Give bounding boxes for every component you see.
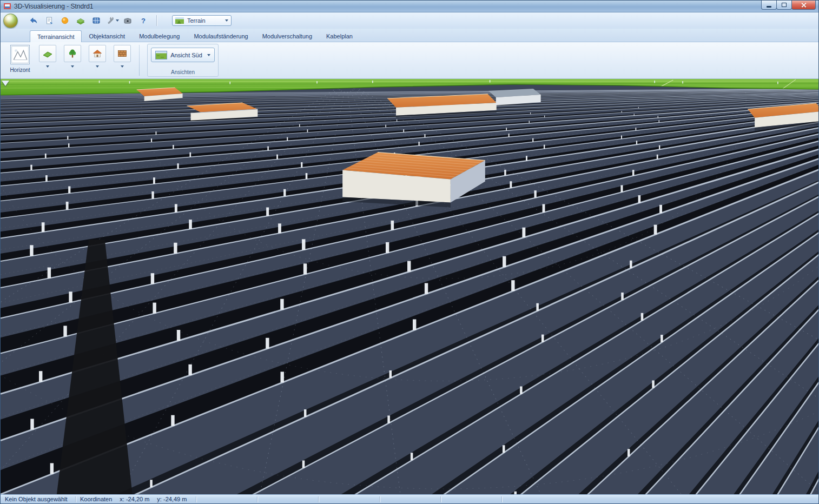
terrain-3d-scene[interactable] bbox=[1, 79, 818, 494]
status-empty-cell bbox=[502, 495, 563, 503]
tree-icon bbox=[64, 45, 81, 62]
status-empty-cell bbox=[257, 495, 318, 503]
toolbar-separator bbox=[156, 15, 157, 26]
report-button[interactable] bbox=[42, 14, 56, 27]
wall-button[interactable] bbox=[110, 44, 135, 77]
window-controls bbox=[762, 1, 816, 10]
house-dropdown-arrow-icon[interactable] bbox=[96, 65, 99, 68]
status-coordinates-label: Koordinaten bbox=[80, 496, 112, 502]
app-window: 3D-Visualisierung - Stndrd1 bbox=[0, 0, 819, 504]
status-x-coordinate: x: -24,20 m bbox=[120, 496, 149, 502]
minimize-button[interactable] bbox=[761, 1, 777, 10]
status-selection-cell: Kein Objekt ausgewählt bbox=[1, 495, 75, 503]
titlebar: 3D-Visualisierung - Stndrd1 bbox=[1, 1, 818, 12]
house-button[interactable] bbox=[85, 44, 110, 77]
quick-access-toolbar: ? Terrain bbox=[1, 12, 818, 29]
status-selection: Kein Objekt ausgewählt bbox=[5, 496, 68, 502]
settings-dropdown-arrow-icon bbox=[116, 19, 119, 22]
ribbon-group-separator bbox=[139, 45, 140, 76]
settings-button[interactable] bbox=[105, 14, 119, 27]
horizont-icon bbox=[10, 45, 30, 64]
tree-dropdown-arrow-icon[interactable] bbox=[71, 65, 74, 68]
ansicht-thumbnail-icon bbox=[155, 51, 167, 59]
tab-objektansicht[interactable]: Objektansicht bbox=[82, 30, 132, 42]
application-menu-button[interactable] bbox=[3, 14, 18, 28]
tab-modulbelegung[interactable]: Modulbelegung bbox=[132, 30, 187, 42]
terrain-layers-button[interactable] bbox=[74, 14, 88, 27]
undo-icon bbox=[29, 16, 38, 25]
undo-button[interactable] bbox=[27, 14, 41, 27]
sun-icon bbox=[60, 16, 70, 25]
viewport-collapse-arrow-icon[interactable] bbox=[2, 81, 9, 86]
help-button[interactable]: ? bbox=[136, 14, 150, 27]
status-bar: Kein Objekt ausgewählt Koordinaten x: -2… bbox=[1, 494, 818, 503]
module-button[interactable] bbox=[89, 14, 103, 27]
sun-button[interactable] bbox=[58, 14, 72, 27]
horizont-label: Horizont bbox=[10, 67, 30, 73]
terrain-thumbnail-icon bbox=[175, 17, 184, 24]
maximize-icon bbox=[782, 3, 787, 7]
tab-kabelplan[interactable]: Kabelplan bbox=[319, 30, 360, 42]
status-empty-cell bbox=[380, 495, 440, 503]
terrain-plane-icon bbox=[39, 45, 56, 62]
tree-button[interactable] bbox=[60, 44, 85, 77]
terrain-layers-icon bbox=[76, 16, 85, 25]
terrain-plane-dropdown-arrow-icon[interactable] bbox=[46, 65, 49, 68]
maximize-button[interactable] bbox=[776, 1, 792, 10]
wall-icon bbox=[114, 45, 131, 62]
close-icon bbox=[801, 2, 807, 8]
minimize-icon bbox=[767, 6, 771, 8]
status-empty-cell bbox=[319, 495, 379, 503]
window-title: 3D-Visualisierung - Stndrd1 bbox=[14, 3, 94, 10]
ansicht-sued-label: Ansicht Süd bbox=[170, 52, 202, 58]
house-icon bbox=[89, 45, 106, 62]
horizont-button[interactable]: Horizont bbox=[5, 44, 35, 77]
close-button[interactable] bbox=[791, 1, 816, 10]
status-coordinates-cell: Koordinaten x: -24,20 m y: -24,49 m bbox=[76, 495, 196, 503]
tab-terrainansicht[interactable]: Terrainansicht bbox=[30, 30, 82, 42]
ansicht-sued-button[interactable]: Ansicht Süd bbox=[151, 48, 215, 62]
terrain-mode-label: Terrain bbox=[187, 17, 220, 24]
ansicht-dropdown-arrow-icon bbox=[207, 54, 210, 56]
module-icon bbox=[91, 16, 101, 25]
status-y-coordinate: y: -24,49 m bbox=[157, 496, 187, 502]
ansichten-group: Ansicht Süd Ansichten bbox=[147, 44, 219, 77]
help-icon: ? bbox=[141, 17, 146, 25]
camera-icon bbox=[123, 16, 133, 25]
ribbon-body: Horizont bbox=[1, 42, 818, 79]
screenshot-button[interactable] bbox=[121, 14, 135, 27]
wrench-icon bbox=[105, 16, 115, 25]
app-icon bbox=[3, 2, 11, 10]
status-empty-cell bbox=[441, 495, 501, 503]
terrain-plane-button[interactable] bbox=[35, 44, 60, 77]
terrain-mode-dropdown[interactable]: Terrain bbox=[172, 15, 232, 26]
terrain-dropdown-arrow-icon bbox=[225, 19, 228, 22]
tab-modulverschaltung[interactable]: Modulverschaltung bbox=[255, 30, 319, 42]
ansichten-group-caption: Ansichten bbox=[148, 69, 218, 75]
wall-dropdown-arrow-icon[interactable] bbox=[121, 65, 124, 68]
tab-modulaufstaenderung[interactable]: Modulaufständerung bbox=[187, 30, 255, 42]
terrain-3d-viewport[interactable] bbox=[1, 79, 818, 494]
status-empty-cell bbox=[196, 495, 257, 503]
report-icon bbox=[44, 16, 54, 25]
ribbon-tab-bar: Terrainansicht Objektansicht Modulbelegu… bbox=[1, 29, 818, 42]
